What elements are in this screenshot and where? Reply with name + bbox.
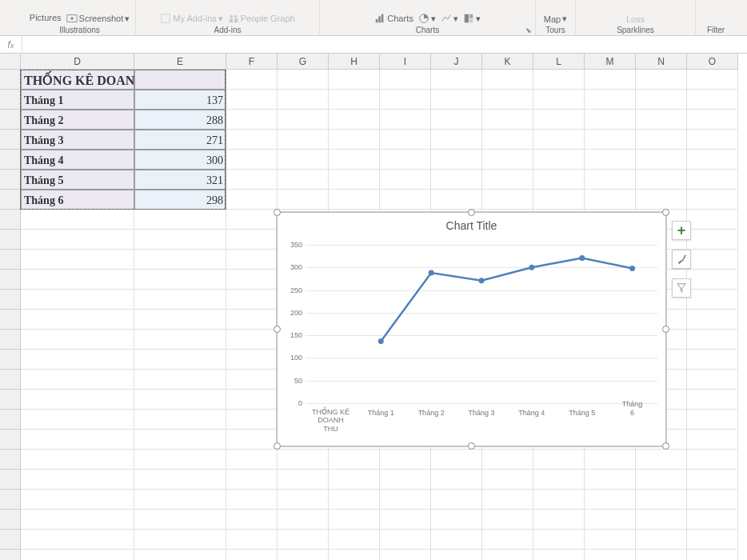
cell[interactable] bbox=[533, 450, 585, 470]
cell[interactable] bbox=[431, 450, 482, 470]
cell[interactable] bbox=[636, 470, 687, 490]
cell[interactable] bbox=[226, 550, 278, 560]
resize-handle-n[interactable] bbox=[468, 209, 475, 216]
cell[interactable] bbox=[482, 190, 533, 210]
cell[interactable] bbox=[636, 110, 687, 130]
cell[interactable] bbox=[329, 550, 380, 560]
cell[interactable] bbox=[134, 450, 226, 470]
cell[interactable] bbox=[687, 210, 738, 230]
cell[interactable] bbox=[380, 450, 431, 470]
cell[interactable] bbox=[636, 490, 687, 510]
cell[interactable] bbox=[134, 210, 226, 230]
cell[interactable] bbox=[380, 510, 431, 530]
cell[interactable] bbox=[226, 210, 278, 230]
cell[interactable] bbox=[226, 430, 278, 450]
cell[interactable] bbox=[380, 130, 431, 150]
resize-handle-nw[interactable] bbox=[274, 209, 281, 216]
cell[interactable] bbox=[226, 290, 278, 310]
cell[interactable] bbox=[431, 490, 482, 510]
cell[interactable] bbox=[134, 350, 226, 370]
cell[interactable] bbox=[329, 70, 380, 90]
row-header[interactable] bbox=[0, 190, 21, 210]
cell[interactable] bbox=[380, 550, 431, 560]
row-header[interactable] bbox=[0, 90, 21, 110]
cell[interactable] bbox=[687, 450, 738, 470]
cell[interactable] bbox=[482, 90, 533, 110]
cell[interactable] bbox=[226, 510, 278, 530]
cell[interactable]: Tháng 1 bbox=[21, 90, 134, 110]
cell[interactable] bbox=[533, 490, 585, 510]
cell[interactable] bbox=[278, 190, 329, 210]
col-header-F[interactable]: F bbox=[226, 54, 278, 70]
col-header-K[interactable]: K bbox=[482, 54, 533, 70]
row-header[interactable] bbox=[0, 270, 21, 290]
cell[interactable] bbox=[21, 470, 134, 490]
cell[interactable] bbox=[482, 130, 533, 150]
cell[interactable] bbox=[329, 530, 380, 550]
pictures-button[interactable]: Pictures bbox=[30, 13, 62, 22]
cell[interactable] bbox=[585, 510, 636, 530]
cell[interactable] bbox=[431, 90, 482, 110]
cell[interactable] bbox=[21, 370, 134, 390]
spreadsheet-grid[interactable]: DEFGHIJKLMNO THỐNG KÊ DOANH THUTháng 113… bbox=[0, 54, 747, 560]
col-header-D[interactable]: D bbox=[21, 54, 134, 70]
cell[interactable] bbox=[431, 70, 482, 90]
cell[interactable] bbox=[636, 70, 687, 90]
cell[interactable] bbox=[21, 390, 134, 410]
row-header[interactable] bbox=[0, 410, 21, 430]
row-header[interactable] bbox=[0, 170, 21, 190]
cell[interactable] bbox=[226, 230, 278, 250]
row-header[interactable] bbox=[0, 430, 21, 450]
cell[interactable] bbox=[134, 330, 226, 350]
cell[interactable] bbox=[482, 510, 533, 530]
chart-title[interactable]: Chart Title bbox=[278, 213, 665, 235]
cell[interactable] bbox=[585, 150, 636, 170]
cell[interactable] bbox=[21, 310, 134, 330]
row-header[interactable] bbox=[0, 70, 21, 90]
chart-styles-button[interactable] bbox=[672, 250, 691, 269]
resize-handle-se[interactable] bbox=[662, 442, 669, 450]
pivot-chart-button[interactable]: ▾ bbox=[418, 13, 436, 24]
cell[interactable] bbox=[329, 510, 380, 530]
charts-button[interactable]: Charts bbox=[374, 13, 413, 24]
cell[interactable] bbox=[134, 530, 226, 550]
cell[interactable] bbox=[636, 550, 687, 560]
cell[interactable] bbox=[226, 150, 278, 170]
col-header-J[interactable]: J bbox=[431, 54, 482, 70]
cell[interactable] bbox=[226, 350, 278, 370]
cell[interactable] bbox=[380, 150, 431, 170]
cell[interactable] bbox=[329, 450, 380, 470]
row-header[interactable] bbox=[0, 550, 21, 560]
col-header-G[interactable]: G bbox=[278, 54, 329, 70]
cell[interactable] bbox=[380, 90, 431, 110]
cell[interactable]: 300 bbox=[134, 150, 226, 170]
cell[interactable] bbox=[585, 190, 636, 210]
resize-handle-ne[interactable] bbox=[662, 209, 669, 216]
cell[interactable] bbox=[278, 450, 329, 470]
cell[interactable] bbox=[533, 70, 585, 90]
cell[interactable] bbox=[329, 130, 380, 150]
cell[interactable] bbox=[226, 170, 278, 190]
resize-handle-sw[interactable] bbox=[274, 442, 281, 450]
cell[interactable] bbox=[482, 150, 533, 170]
cell[interactable] bbox=[380, 170, 431, 190]
cell[interactable] bbox=[585, 70, 636, 90]
cell[interactable] bbox=[21, 410, 134, 430]
cell[interactable] bbox=[21, 270, 134, 290]
cell[interactable]: THỐNG KÊ DOANH THU bbox=[21, 70, 134, 90]
cell[interactable] bbox=[226, 130, 278, 150]
cell[interactable] bbox=[482, 470, 533, 490]
cell[interactable] bbox=[134, 230, 226, 250]
cell[interactable] bbox=[134, 550, 226, 560]
cell[interactable] bbox=[226, 370, 278, 390]
cell[interactable] bbox=[585, 470, 636, 490]
cell[interactable] bbox=[533, 130, 585, 150]
cell[interactable] bbox=[585, 490, 636, 510]
cell[interactable] bbox=[585, 530, 636, 550]
cell[interactable] bbox=[278, 550, 329, 560]
row-header[interactable] bbox=[0, 330, 21, 350]
cell[interactable] bbox=[585, 550, 636, 560]
row-header[interactable] bbox=[0, 370, 21, 390]
cell[interactable] bbox=[482, 530, 533, 550]
cell[interactable] bbox=[329, 150, 380, 170]
